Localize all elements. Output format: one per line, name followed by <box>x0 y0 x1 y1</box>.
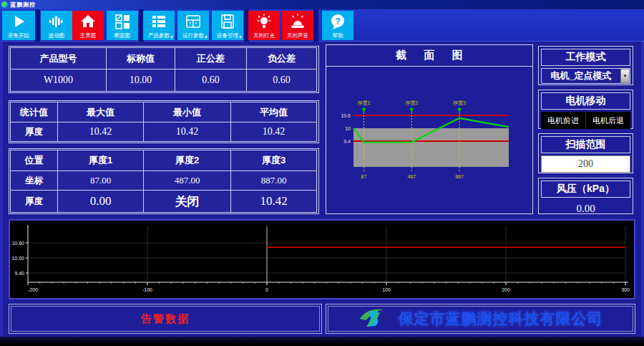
coord-value-3: 887.00 <box>230 170 317 191</box>
svg-text:100: 100 <box>382 287 391 292</box>
air-pressure-box: 风压（kPa） 0.00 <box>538 178 633 214</box>
alarm-light-toggle-button[interactable]: 关闭灯光 <box>248 11 280 40</box>
wave-chart-button[interactable]: 波动图 <box>41 11 72 40</box>
svg-text:10.6: 10.6 <box>341 113 351 118</box>
window-edge <box>641 42 644 337</box>
chevron-down-icon: ▼ <box>238 35 243 39</box>
company-box: 保定市蓝鹏测控科技有限公司 <box>326 304 635 334</box>
svg-text:-100: -100 <box>142 287 152 292</box>
svg-text:200: 200 <box>502 287 510 292</box>
svg-text:487: 487 <box>407 174 416 179</box>
motor-forward-button[interactable]: 电机前进 <box>541 112 586 129</box>
scan-range-input[interactable] <box>541 155 630 173</box>
run-params-button[interactable]: 运行参数 ▼ <box>177 11 209 40</box>
product-table-header: 标称值 <box>106 47 175 69</box>
list-icon <box>150 13 167 30</box>
section-chart-title: 截 面 图 <box>326 45 532 67</box>
alarm-data-label: 告警数据 <box>141 312 190 326</box>
svg-text:87: 87 <box>361 174 367 179</box>
thickness-value-3: 10.42 <box>230 190 317 213</box>
alarm-sound-toggle-button[interactable]: 关闭声音 <box>282 11 313 40</box>
coord-value-2: 487.00 <box>143 170 231 191</box>
stats-header-avg: 平均值 <box>230 102 317 122</box>
work-mode-select[interactable]: 电机_定点模式 ▼ <box>541 68 630 84</box>
help-icon: ? <box>329 13 346 30</box>
company-name: 保定市蓝鹏测控科技有限公司 <box>399 309 603 329</box>
start-collect-button[interactable]: 采集开始 <box>2 11 35 40</box>
product-table: 产品型号 标称值 正公差 负公差 W1000 10.00 0.60 0.60 <box>9 46 319 93</box>
form-icon <box>185 13 202 30</box>
product-table-header: 负公差 <box>246 47 317 69</box>
avg-thickness-value: 10.42 <box>230 122 317 142</box>
stats-table: 统计值 最大值 最小值 平均值 厚度 10.42 10.42 10.42 <box>9 100 319 143</box>
home-icon <box>79 13 97 30</box>
minus-tolerance-value: 0.60 <box>246 69 317 92</box>
svg-text:300: 300 <box>621 287 630 292</box>
svg-text:?: ? <box>335 16 341 27</box>
work-mode-title: 工作模式 <box>541 49 630 66</box>
work-mode-box: 工作模式 电机_定点模式 ▼ <box>538 46 633 85</box>
window-bottom-edge <box>0 337 644 346</box>
svg-text:-200: -200 <box>28 287 38 292</box>
max-thickness-value: 10.42 <box>57 122 144 142</box>
stats-row-label: 厚度 <box>10 122 58 142</box>
svg-text:10.00: 10.00 <box>11 256 24 261</box>
product-params-button[interactable]: 产品参数 ▼ <box>143 11 175 40</box>
stats-corner-label: 统计值 <box>10 102 58 122</box>
stats-header-max: 最大值 <box>57 102 144 122</box>
work-mode-selected-value: 电机_定点模式 <box>542 69 620 82</box>
position-header-1: 厚度1 <box>57 150 144 171</box>
bulb-icon <box>255 13 273 30</box>
app-window: 蓝鹏测控 采集开始 波动图 主界面 <box>0 0 644 346</box>
alarm-data-box: 告警数据 <box>9 304 322 334</box>
motor-backward-button[interactable]: 电机后退 <box>586 112 630 129</box>
chevron-down-icon: ▼ <box>204 35 208 39</box>
section-chart-panel: 截 面 图 10.6109.4厚度187厚度2487厚度3887 <box>326 44 533 214</box>
position-header-2: 厚度2 <box>143 150 231 171</box>
svg-text:887: 887 <box>455 174 464 179</box>
window-edge <box>0 42 3 337</box>
svg-text:10.60: 10.60 <box>11 241 24 246</box>
motor-move-box: 电机移动 电机前进 电机后退 <box>538 90 633 129</box>
coord-row-label: 坐标 <box>10 170 58 191</box>
nominal-value: 10.00 <box>106 69 175 92</box>
section-chart-plot: 10.6109.4厚度187厚度2487厚度3887 <box>326 67 532 213</box>
position-table: 位置 厚度1 厚度2 厚度3 坐标 87.00 487.00 887.00 厚度… <box>9 148 319 214</box>
play-icon <box>10 13 27 30</box>
scan-range-title: 扫描范围 <box>541 136 630 153</box>
thickness-value-1: 0.00 <box>57 190 144 213</box>
help-button[interactable]: ? 帮助 <box>322 11 353 40</box>
svg-text:0: 0 <box>265 287 268 292</box>
plus-tolerance-value: 0.60 <box>175 69 247 92</box>
toolbar: 采集开始 波动图 主界面 <box>0 9 644 42</box>
titlebar: 蓝鹏测控 <box>0 0 644 9</box>
cross-section-button[interactable]: 断面图 <box>107 11 138 40</box>
svg-text:厚度1: 厚度1 <box>358 100 371 106</box>
app-logo-icon <box>1 1 8 8</box>
position-corner-label: 位置 <box>10 150 58 171</box>
product-model-value: W1000 <box>10 69 107 92</box>
product-table-header: 产品型号 <box>10 47 107 69</box>
position-header-3: 厚度3 <box>230 150 317 171</box>
motor-move-title: 电机移动 <box>541 92 630 110</box>
device-icon <box>219 13 236 30</box>
coord-value-1: 87.00 <box>57 170 144 191</box>
thickness-row-label: 厚度 <box>10 190 58 213</box>
toolbar-separator <box>35 9 40 42</box>
company-logo-icon <box>358 306 391 332</box>
work-mode-dropdown-arrow-icon[interactable]: ▼ <box>620 69 630 83</box>
svg-text:厚度3: 厚度3 <box>453 100 466 106</box>
siren-icon <box>289 13 306 30</box>
window-title: 蓝鹏测控 <box>10 1 36 9</box>
svg-text:9.40: 9.40 <box>14 271 24 276</box>
chevron-down-icon: ▼ <box>170 35 174 39</box>
product-table-header: 正公差 <box>175 47 247 69</box>
device-manage-button[interactable]: 设备管理 ▼ <box>212 11 243 40</box>
svg-text:厚度2: 厚度2 <box>405 100 418 106</box>
svg-text:10: 10 <box>345 126 351 131</box>
stats-header-min: 最小值 <box>143 102 231 122</box>
main-screen-button[interactable]: 主界面 <box>72 11 104 40</box>
svg-text:9.4: 9.4 <box>343 139 351 144</box>
air-pressure-title: 风压（kPa） <box>541 181 630 198</box>
scan-range-box: 扫描范围 <box>538 133 633 173</box>
